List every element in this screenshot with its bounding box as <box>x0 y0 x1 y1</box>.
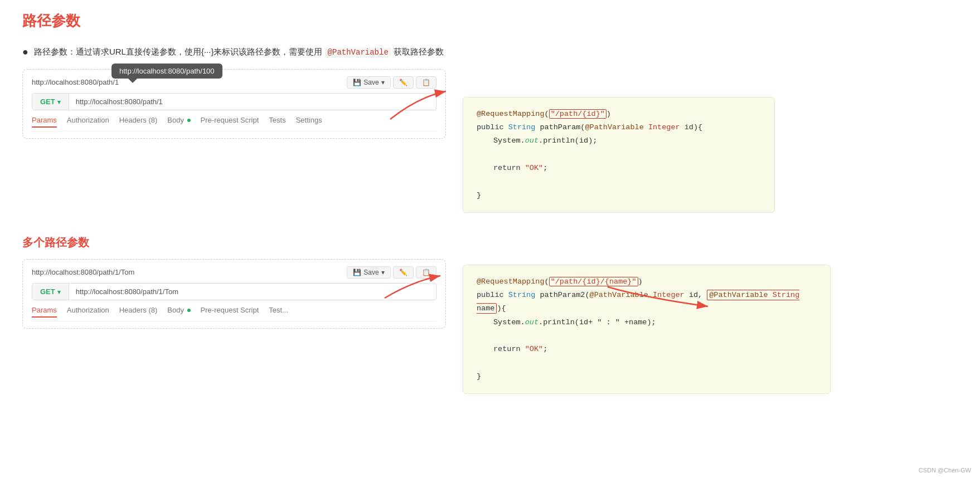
code-line-2-4: return "OK"; <box>477 343 817 356</box>
tab-prerequest-2[interactable]: Pre-request Script <box>201 306 259 318</box>
postman-url-text-1: http://localhost:8080/path/1 <box>32 78 347 86</box>
bullet-text-content: 路径参数：通过请求URL直接传递参数，使用{···}来标识该路径参数，需要使用 … <box>34 44 444 60</box>
method-chevron-1 <box>57 97 61 106</box>
section1-postman: http://localhost:8080/path/100 http://lo… <box>22 69 446 143</box>
tab-tests2-2[interactable]: Test... <box>269 306 288 318</box>
tab-body-2[interactable]: Body <box>167 306 190 318</box>
code-line-1-3: System.out.println(id); <box>477 134 761 148</box>
bullet-description: ● 路径参数：通过请求URL直接传递参数，使用{···}来标识该路径参数，需要使… <box>22 44 958 60</box>
arrow-1 <box>385 80 452 125</box>
code-line-1-2: public String pathParam(@PathVariable In… <box>477 121 761 134</box>
postman-method-url-1[interactable]: http://localhost:8080/path/1 <box>69 94 436 110</box>
code-line-2-5: } <box>477 370 817 383</box>
arrow-2b <box>602 281 714 315</box>
arrow-2a <box>379 270 446 304</box>
postman-tabs-2: Params Authorization Headers (8) Body Pr… <box>32 306 436 321</box>
tab-prerequest-1[interactable]: Pre-request Script <box>201 116 259 128</box>
section2-demo-row: http://localhost:8080/path/1/Tom 💾 Save … <box>22 259 958 394</box>
section2-subtitle: 多个路径参数 <box>22 235 958 250</box>
tab-params-1[interactable]: Params <box>32 116 57 128</box>
method-chevron-2 <box>57 287 61 296</box>
page-title: 路径参数 <box>22 11 958 31</box>
tab-authorization-2[interactable]: Authorization <box>67 306 109 318</box>
section1-code-area: @RequestMapping("/path/{id}") public Str… <box>463 97 775 213</box>
save-chevron: ▾ <box>381 79 385 86</box>
postman-method-bar-2: GET http://localhost:8080/path/1/Tom <box>32 283 436 300</box>
postman-url-bar-1: http://localhost:8080/path/1 💾 Save ▾ ✏️… <box>32 76 436 89</box>
code-line-1-blank <box>477 148 761 162</box>
code-line-2-blank2 <box>477 357 817 370</box>
postman-url-bar-2: http://localhost:8080/path/1/Tom 💾 Save … <box>32 266 436 279</box>
tab-headers-1[interactable]: Headers (8) <box>119 116 158 128</box>
code-line-1-4: return "OK"; <box>477 162 761 175</box>
code-block-1: @RequestMapping("/path/{id}") public Str… <box>463 97 775 213</box>
tab-body-1[interactable]: Body <box>167 116 190 128</box>
url-tooltip: http://localhost:8080/path/100 <box>111 64 222 79</box>
path-variable-annotation: @PathVariable <box>325 47 391 57</box>
postman-window-1: http://localhost:8080/path/1 💾 Save ▾ ✏️… <box>22 69 446 139</box>
section1-demo-row: http://localhost:8080/path/100 http://lo… <box>22 69 958 213</box>
bullet-dot: ● <box>22 44 28 60</box>
code-line-1-1: @RequestMapping("/path/{id}") <box>477 108 761 121</box>
postman-method-2[interactable]: GET <box>32 284 69 300</box>
postman-method-bar-1: GET http://localhost:8080/path/1 <box>32 93 436 110</box>
save-icon: 💾 <box>353 79 361 86</box>
body-dot-1 <box>187 119 191 122</box>
postman-tabs-1: Params Authorization Headers (8) Body Pr… <box>32 116 436 131</box>
section2-code-area: @RequestMapping("/path/{id}/{name}") pub… <box>463 265 831 394</box>
tab-headers-2[interactable]: Headers (8) <box>119 306 158 318</box>
postman-url-text-2: http://localhost:8080/path/1/Tom <box>32 268 347 276</box>
code-line-2-blank <box>477 329 817 343</box>
body-dot-2 <box>187 309 191 312</box>
code-line-2-3: System.out.println(id+ " : " +name); <box>477 316 817 329</box>
code-line-1-5: } <box>477 189 761 202</box>
section2: 多个路径参数 http://localhost:8080/path/1/Tom … <box>22 235 958 394</box>
postman-save-button-1[interactable]: 💾 Save ▾ <box>347 76 390 89</box>
tab-authorization-1[interactable]: Authorization <box>67 116 109 128</box>
code-line-1-blank2 <box>477 175 761 188</box>
save-icon-2: 💾 <box>353 269 361 276</box>
tab-tests-1[interactable]: Tests <box>269 116 285 128</box>
postman-method-1[interactable]: GET <box>32 94 69 110</box>
tab-params-2[interactable]: Params <box>32 306 57 318</box>
tab-settings-1[interactable]: Settings <box>296 116 322 128</box>
